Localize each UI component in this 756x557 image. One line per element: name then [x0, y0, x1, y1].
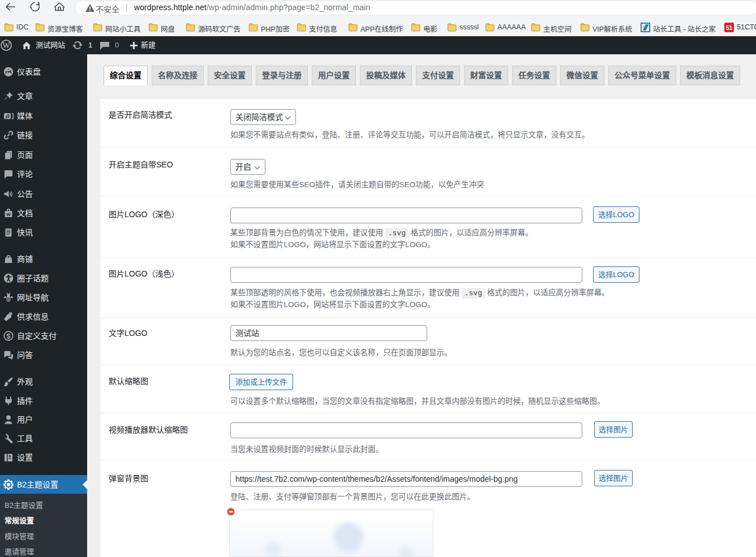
svg-text:W: W — [2, 41, 10, 50]
svg-text:$: $ — [7, 333, 11, 340]
svg-text:51: 51 — [726, 25, 733, 31]
svg-text:w: w — [6, 211, 11, 217]
